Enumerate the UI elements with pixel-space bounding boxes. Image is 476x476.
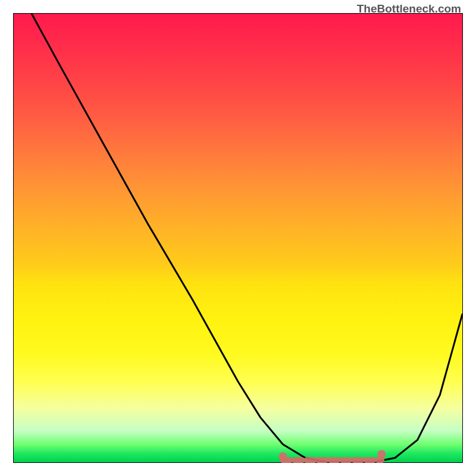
chart-container: TheBottleneck.com (0, 0, 476, 476)
plot-area (13, 13, 463, 463)
svg-point-2 (377, 450, 386, 458)
bottleneck-curve (32, 14, 462, 462)
svg-point-1 (278, 452, 287, 461)
curve-overlay (13, 13, 463, 463)
watermark-text: TheBottleneck.com (357, 2, 461, 15)
